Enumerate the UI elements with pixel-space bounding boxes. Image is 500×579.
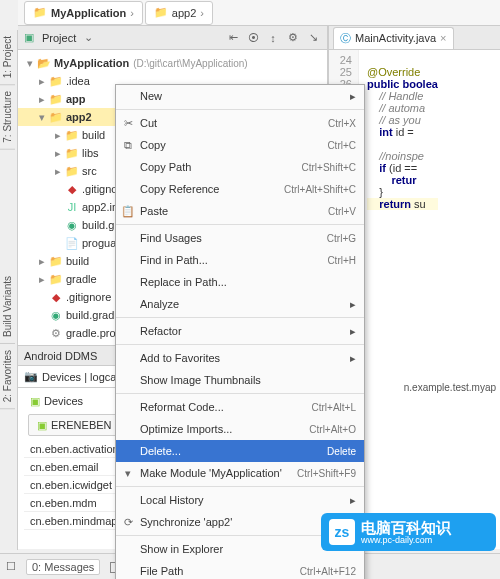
folder-icon: 📁 [48, 93, 64, 106]
folder-icon: 📁 [154, 6, 168, 19]
hide-icon[interactable]: ↘ [305, 31, 321, 44]
gear-icon[interactable]: ⚙ [285, 31, 301, 44]
side-tab-structure[interactable]: 7: Structure [0, 85, 15, 150]
watermark-icon: zs [329, 519, 355, 545]
chevron-right-icon: ▸ [350, 352, 356, 365]
gradle-icon: ◉ [48, 309, 64, 322]
chevron-right-icon: ▸ [350, 90, 356, 103]
ctx-analyze[interactable]: Analyze▸ [116, 293, 364, 315]
chevron-right-icon: › [130, 7, 134, 19]
copy-icon: ⧉ [120, 139, 136, 152]
side-tab-build-variants[interactable]: Build Variants [0, 270, 15, 344]
context-menu: New▸ ✂CutCtrl+X ⧉CopyCtrl+C Copy PathCtr… [115, 84, 365, 579]
ddms-title: Android DDMS [24, 350, 97, 362]
folder-icon: 📁 [48, 111, 64, 124]
git-icon: ◆ [48, 291, 64, 304]
build-icon: ▾ [120, 467, 136, 480]
folder-icon: 📁 [33, 6, 47, 19]
dropdown-icon[interactable]: ⌄ [80, 31, 96, 44]
ctx-history[interactable]: Local History▸ [116, 489, 364, 511]
breadcrumb: 📁 MyApplication› 📁 app2› [18, 0, 500, 26]
collapse-icon[interactable]: ⇤ [225, 31, 241, 44]
folder-icon: 📁 [48, 255, 64, 268]
ddms-tab-devices[interactable]: Devices | logcat [42, 371, 119, 383]
separator [116, 109, 364, 110]
ctx-paste[interactable]: 📋PasteCtrl+V [116, 200, 364, 222]
ctx-reformat[interactable]: Reformat Code...Ctrl+Alt+L [116, 396, 364, 418]
folder-icon: 📁 [64, 129, 80, 142]
ctx-copy-ref[interactable]: Copy ReferenceCtrl+Alt+Shift+C [116, 178, 364, 200]
ctx-new[interactable]: New▸ [116, 85, 364, 107]
project-panel-header: ▣ Project ⌄ ⇤ ⦿ ↕ ⚙ ↘ [18, 26, 327, 50]
ctx-refactor[interactable]: Refactor▸ [116, 320, 364, 342]
sync-icon: ⟳ [120, 516, 136, 529]
folder-icon: 📁 [64, 147, 80, 160]
editor-tabs: Ⓒ MainActivity.java × [329, 26, 500, 50]
paste-icon: 📋 [120, 205, 136, 218]
code[interactable]: @Override public boolea // Handle // aut… [359, 50, 438, 234]
folder-icon: 📁 [64, 165, 80, 178]
chevron-right-icon: ▸ [350, 325, 356, 338]
side-tab-favorites[interactable]: 2: Favorites [0, 344, 15, 409]
java-class-icon: Ⓒ [340, 31, 351, 46]
folder-icon: 📁 [48, 75, 64, 88]
ctx-find-usages[interactable]: Find UsagesCtrl+G [116, 227, 364, 249]
ctx-optimize[interactable]: Optimize Imports...Ctrl+Alt+O [116, 418, 364, 440]
ctx-thumbnails[interactable]: Show Image Thumbnails [116, 369, 364, 391]
gradle-icon: ◉ [64, 219, 80, 232]
separator [116, 317, 364, 318]
crumb-root[interactable]: 📁 MyApplication› [24, 1, 143, 25]
ctx-filepath[interactable]: File PathCtrl+Alt+F12 [116, 560, 364, 579]
messages-tab[interactable]: 0: Messages [26, 559, 100, 575]
ctx-replace-path[interactable]: Replace in Path... [116, 271, 364, 293]
separator [116, 486, 364, 487]
file-icon: 📄 [64, 237, 80, 250]
chevron-right-icon: ▸ [350, 298, 356, 311]
editor-tab-main[interactable]: Ⓒ MainActivity.java × [333, 27, 454, 49]
properties-icon: ⚙ [48, 327, 64, 340]
separator [116, 224, 364, 225]
ctx-copy-path[interactable]: Copy PathCtrl+Shift+C [116, 156, 364, 178]
ctx-copy[interactable]: ⧉CopyCtrl+C [116, 134, 364, 156]
chevron-right-icon: › [200, 7, 204, 19]
separator [116, 344, 364, 345]
ctx-make[interactable]: ▾Make Module 'MyApplication'Ctrl+Shift+F… [116, 462, 364, 484]
ctx-delete[interactable]: Delete...Delete [116, 440, 364, 462]
sort-icon[interactable]: ↕ [265, 32, 281, 44]
android-icon: ▣ [30, 395, 40, 408]
target-icon[interactable]: ⦿ [245, 32, 261, 44]
panel-title: Project [42, 32, 76, 44]
screenshot-icon[interactable]: 📷 [24, 370, 38, 383]
cut-icon: ✂ [120, 117, 136, 130]
project-icon: ▣ [24, 31, 34, 44]
logcat-fragment: n.example.test.myap [404, 382, 496, 393]
left-gutter: 1: Project 7: Structure Build Variants 2… [0, 30, 18, 550]
project-root-icon: 📂 [36, 57, 52, 70]
android-icon: ▣ [37, 419, 47, 432]
chevron-right-icon: ▸ [350, 494, 356, 507]
close-icon[interactable]: × [440, 32, 446, 44]
ctx-find-path[interactable]: Find in Path...Ctrl+H [116, 249, 364, 271]
ctx-favorites[interactable]: Add to Favorites▸ [116, 347, 364, 369]
watermark: zs 电脑百科知识 www.pc-daily.com [321, 513, 496, 551]
git-icon: ◆ [64, 183, 80, 196]
tree-root[interactable]: ▾📂MyApplication(D:\git\cart\MyApplicatio… [18, 54, 327, 72]
separator [116, 393, 364, 394]
ctx-cut[interactable]: ✂CutCtrl+X [116, 112, 364, 134]
folder-icon: 📁 [48, 273, 64, 286]
intellij-icon: JI [64, 201, 80, 213]
crumb-child[interactable]: 📁 app2› [145, 1, 213, 25]
side-tab-project[interactable]: 1: Project [0, 30, 15, 85]
